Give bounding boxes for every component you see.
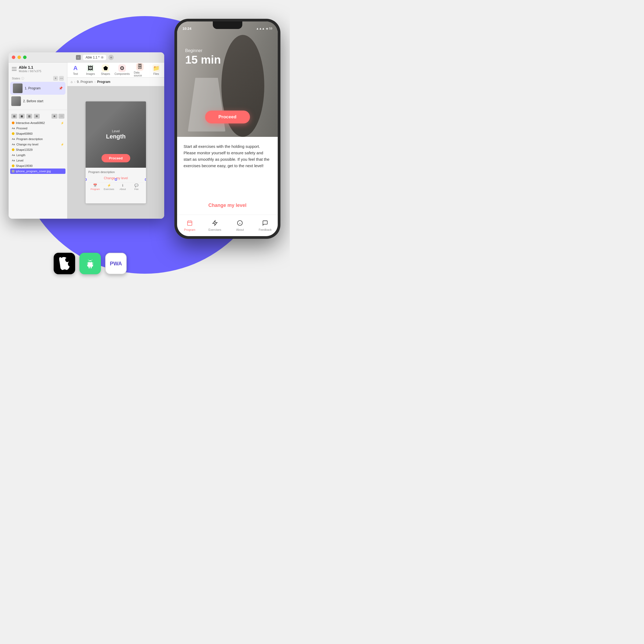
titlebar-center: ⌂ Able 1.1 * × +: [29, 55, 161, 60]
layer-shape19590[interactable]: Shape19590: [10, 163, 65, 169]
fee-tab-icon: 💬: [134, 184, 138, 187]
active-tab[interactable]: Able 1.1 * ×: [83, 55, 106, 60]
layer-shape60860[interactable]: Shape60860: [10, 131, 65, 136]
phone-change-level-button[interactable]: Change my level: [184, 198, 271, 210]
mac-titlebar: ⌂ Able 1.1 * × +: [9, 52, 164, 63]
layer-view-2[interactable]: ▦: [19, 114, 25, 119]
canvas-tab-bar: 📅 Program ⚡ Exercises ℹ About: [88, 182, 143, 191]
tool-shapes[interactable]: ⬟ Shapes: [101, 64, 110, 75]
exercises-tab-icon: ⚡: [107, 184, 111, 187]
layer-view-3[interactable]: ▥: [26, 114, 32, 119]
canvas-tab-about[interactable]: ℹ About: [116, 184, 130, 191]
svg-rect-0: [188, 221, 192, 225]
status-bar-right: ▲▲▲ ◈ 59: [256, 27, 272, 30]
tool-datasource[interactable]: 🗄 Data source: [134, 63, 146, 77]
canvas-tab-program[interactable]: 📅 Program: [88, 184, 102, 191]
home-breadcrumb-icon[interactable]: ⌂: [71, 80, 72, 84]
exercises-nav-icon: [212, 220, 218, 227]
selection-handle-bm[interactable]: [115, 178, 117, 181]
pwa-label: PWA: [110, 261, 122, 267]
layer-view-4[interactable]: ⊞: [34, 114, 40, 119]
tool-components[interactable]: ⚙ Components: [116, 64, 129, 75]
state-item-program[interactable]: 1. Program 📌: [10, 82, 65, 95]
tab-label: Able 1.1 *: [86, 56, 100, 59]
canvas-tab-exercises[interactable]: ⚡ Exercises: [102, 184, 116, 191]
pin-icon: 📌: [59, 86, 63, 90]
minimize-button[interactable]: [17, 56, 21, 59]
layer-action-more[interactable]: ⋯: [58, 114, 64, 119]
wifi-icon: ◈: [266, 27, 268, 30]
hamburger-icon[interactable]: [12, 67, 17, 71]
program-tab-icon: 📅: [93, 184, 97, 187]
text-type-icon: Aa: [12, 138, 15, 140]
tool-files[interactable]: 📁 Files: [151, 64, 161, 75]
layer-label: iphone_program_cover.jpg: [16, 170, 51, 173]
phone-proceed-button[interactable]: Proceed: [205, 111, 250, 123]
state-thumb-1: [13, 83, 23, 93]
layer-label: Proceed: [16, 127, 27, 130]
canvas-level-label: Level: [106, 129, 126, 133]
about-nav-icon: [237, 220, 243, 227]
layer-label: Shape13329: [16, 148, 32, 151]
close-button[interactable]: [12, 56, 15, 59]
apple-platform-icon[interactable]: [54, 253, 75, 274]
layer-view-1[interactable]: ▤: [11, 114, 17, 119]
layer-length[interactable]: Aa Length: [10, 152, 65, 158]
android-platform-icon[interactable]: [79, 253, 101, 274]
tool-images[interactable]: 🖼 Images: [86, 64, 95, 75]
exercises-nav-label: Exercises: [208, 228, 221, 231]
about-nav-label: About: [236, 228, 244, 231]
new-tab-button[interactable]: +: [108, 55, 114, 60]
nav-item-program[interactable]: Program: [177, 220, 202, 231]
layer-iphone-cover[interactable]: iphone_program_cover.jpg: [10, 169, 65, 174]
mac-toolbar: A Text 🖼 Images ⬟ Shapes ⚙ Components 🗄: [67, 63, 164, 78]
nav-item-feedback[interactable]: Feedback: [253, 220, 278, 231]
tool-text[interactable]: A Text: [71, 64, 80, 75]
layer-interactive-area[interactable]: Interactive-Area60862 ⚡: [10, 120, 65, 126]
info-icon: ⓘ: [21, 76, 24, 81]
tab-close-icon[interactable]: ×: [101, 56, 104, 59]
selection-handle-br[interactable]: [145, 178, 146, 181]
pwa-platform-icon[interactable]: PWA: [105, 253, 127, 274]
layer-change-level[interactable]: Aa Change my level ⚡: [10, 142, 65, 147]
nav-item-about[interactable]: About: [228, 220, 253, 231]
layer-proceed[interactable]: Aa Proceed: [10, 126, 65, 131]
states-add-button[interactable]: +: [53, 76, 58, 81]
layer-dot-yellow: [12, 164, 14, 167]
signal-icon: ▲▲▲: [256, 27, 265, 30]
about-tab-icon: ℹ: [122, 184, 123, 187]
layer-dot-yellow: [12, 148, 14, 151]
maximize-button[interactable]: [23, 56, 27, 59]
selection-handle-bl[interactable]: [86, 178, 87, 181]
project-title: Able 1.1: [19, 65, 41, 69]
canvas-level-overlay: Level Length: [106, 129, 126, 140]
battery-indicator: 59: [269, 27, 272, 30]
nav-item-exercises[interactable]: Exercises: [202, 220, 228, 231]
layer-label: Interactive-Area60862: [16, 121, 45, 125]
phone-mockup: 10:24 ▲▲▲ ◈ 59 Beginner 15 min Proceed S…: [174, 19, 280, 239]
layer-dot-orange: [12, 122, 14, 124]
phone-hero-text: Beginner 15 min: [185, 48, 221, 65]
canvas-hero-area: Level Length Proceed: [86, 101, 146, 168]
canvas-proceed-button[interactable]: Proceed: [101, 154, 130, 162]
layer-program-desc[interactable]: Aa Program description: [10, 136, 65, 142]
program-nav-label: Program: [184, 228, 195, 231]
phone-bottom-nav: Program Exercises About: [177, 215, 278, 236]
state-label-1: 1. Program: [25, 86, 57, 90]
layer-shape13329[interactable]: Shape13329: [10, 147, 65, 152]
phone-duration: 15 min: [185, 54, 221, 65]
breadcrumb-separator: ›: [74, 80, 75, 84]
mac-canvas[interactable]: Level Length Proceed Program description…: [67, 86, 164, 219]
layer-level[interactable]: Aa Level: [10, 158, 65, 163]
sidebar-divider: [9, 110, 67, 110]
states-more-button[interactable]: ⋯: [59, 76, 64, 81]
home-icon[interactable]: ⌂: [76, 55, 81, 60]
state-item-before-start[interactable]: 2. Before start: [9, 95, 67, 108]
canvas-tab-fee[interactable]: 💬 Fee: [130, 184, 143, 191]
layer-action-copy[interactable]: ⊕: [52, 114, 57, 119]
tool-shapes-label: Shapes: [101, 72, 110, 75]
tool-datasource-label: Data source: [134, 71, 146, 77]
breadcrumb-parent[interactable]: 9. Program: [77, 80, 93, 84]
shapes-tool-icon: ⬟: [102, 64, 109, 72]
tool-images-label: Images: [86, 72, 95, 75]
